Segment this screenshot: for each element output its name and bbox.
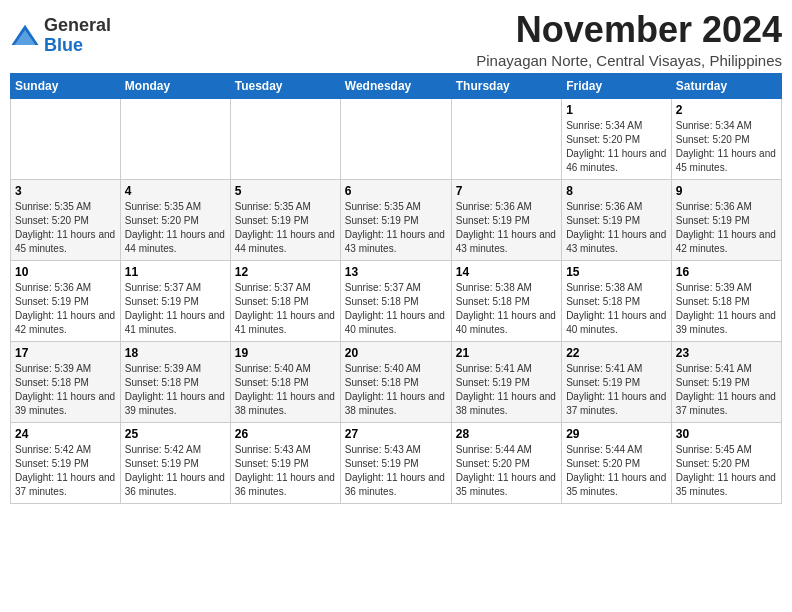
location-title: Pinayagan Norte, Central Visayas, Philip… <box>476 52 782 69</box>
day-number: 11 <box>125 265 226 279</box>
day-info: Sunrise: 5:45 AM Sunset: 5:20 PM Dayligh… <box>676 443 777 499</box>
calendar-cell <box>11 98 121 179</box>
day-number: 6 <box>345 184 447 198</box>
calendar-cell <box>451 98 561 179</box>
day-number: 4 <box>125 184 226 198</box>
title-block: November 2024 Pinayagan Norte, Central V… <box>476 10 782 69</box>
calendar-cell: 11Sunrise: 5:37 AM Sunset: 5:19 PM Dayli… <box>120 260 230 341</box>
day-info: Sunrise: 5:39 AM Sunset: 5:18 PM Dayligh… <box>15 362 116 418</box>
calendar-cell: 10Sunrise: 5:36 AM Sunset: 5:19 PM Dayli… <box>11 260 121 341</box>
day-info: Sunrise: 5:37 AM Sunset: 5:18 PM Dayligh… <box>345 281 447 337</box>
calendar-cell: 5Sunrise: 5:35 AM Sunset: 5:19 PM Daylig… <box>230 179 340 260</box>
header-day-saturday: Saturday <box>671 73 781 98</box>
day-number: 1 <box>566 103 667 117</box>
day-info: Sunrise: 5:39 AM Sunset: 5:18 PM Dayligh… <box>125 362 226 418</box>
calendar-cell: 30Sunrise: 5:45 AM Sunset: 5:20 PM Dayli… <box>671 422 781 503</box>
calendar-cell: 3Sunrise: 5:35 AM Sunset: 5:20 PM Daylig… <box>11 179 121 260</box>
logo: General Blue <box>10 16 111 56</box>
day-number: 18 <box>125 346 226 360</box>
calendar-cell: 14Sunrise: 5:38 AM Sunset: 5:18 PM Dayli… <box>451 260 561 341</box>
day-info: Sunrise: 5:42 AM Sunset: 5:19 PM Dayligh… <box>15 443 116 499</box>
day-number: 9 <box>676 184 777 198</box>
calendar-cell: 29Sunrise: 5:44 AM Sunset: 5:20 PM Dayli… <box>562 422 672 503</box>
header-day-tuesday: Tuesday <box>230 73 340 98</box>
calendar-cell: 1Sunrise: 5:34 AM Sunset: 5:20 PM Daylig… <box>562 98 672 179</box>
day-info: Sunrise: 5:36 AM Sunset: 5:19 PM Dayligh… <box>566 200 667 256</box>
month-title: November 2024 <box>476 10 782 50</box>
day-info: Sunrise: 5:38 AM Sunset: 5:18 PM Dayligh… <box>566 281 667 337</box>
calendar-cell: 25Sunrise: 5:42 AM Sunset: 5:19 PM Dayli… <box>120 422 230 503</box>
logo-blue: Blue <box>44 35 83 55</box>
day-number: 29 <box>566 427 667 441</box>
week-row-4: 17Sunrise: 5:39 AM Sunset: 5:18 PM Dayli… <box>11 341 782 422</box>
day-info: Sunrise: 5:42 AM Sunset: 5:19 PM Dayligh… <box>125 443 226 499</box>
day-number: 5 <box>235 184 336 198</box>
day-number: 10 <box>15 265 116 279</box>
day-number: 15 <box>566 265 667 279</box>
calendar-cell: 12Sunrise: 5:37 AM Sunset: 5:18 PM Dayli… <box>230 260 340 341</box>
day-info: Sunrise: 5:41 AM Sunset: 5:19 PM Dayligh… <box>676 362 777 418</box>
header-day-monday: Monday <box>120 73 230 98</box>
calendar-cell: 8Sunrise: 5:36 AM Sunset: 5:19 PM Daylig… <box>562 179 672 260</box>
header-day-thursday: Thursday <box>451 73 561 98</box>
day-info: Sunrise: 5:34 AM Sunset: 5:20 PM Dayligh… <box>676 119 777 175</box>
calendar-cell <box>120 98 230 179</box>
day-info: Sunrise: 5:34 AM Sunset: 5:20 PM Dayligh… <box>566 119 667 175</box>
day-info: Sunrise: 5:40 AM Sunset: 5:18 PM Dayligh… <box>345 362 447 418</box>
header-day-friday: Friday <box>562 73 672 98</box>
day-number: 20 <box>345 346 447 360</box>
day-info: Sunrise: 5:36 AM Sunset: 5:19 PM Dayligh… <box>676 200 777 256</box>
logo-text: General Blue <box>44 16 111 56</box>
day-number: 12 <box>235 265 336 279</box>
day-number: 30 <box>676 427 777 441</box>
calendar-cell: 22Sunrise: 5:41 AM Sunset: 5:19 PM Dayli… <box>562 341 672 422</box>
day-info: Sunrise: 5:36 AM Sunset: 5:19 PM Dayligh… <box>456 200 557 256</box>
calendar-cell: 17Sunrise: 5:39 AM Sunset: 5:18 PM Dayli… <box>11 341 121 422</box>
logo-icon <box>10 21 40 51</box>
calendar-cell: 21Sunrise: 5:41 AM Sunset: 5:19 PM Dayli… <box>451 341 561 422</box>
day-info: Sunrise: 5:37 AM Sunset: 5:19 PM Dayligh… <box>125 281 226 337</box>
day-number: 17 <box>15 346 116 360</box>
calendar-cell: 2Sunrise: 5:34 AM Sunset: 5:20 PM Daylig… <box>671 98 781 179</box>
calendar-cell: 6Sunrise: 5:35 AM Sunset: 5:19 PM Daylig… <box>340 179 451 260</box>
day-info: Sunrise: 5:43 AM Sunset: 5:19 PM Dayligh… <box>235 443 336 499</box>
calendar-cell: 4Sunrise: 5:35 AM Sunset: 5:20 PM Daylig… <box>120 179 230 260</box>
calendar-cell: 19Sunrise: 5:40 AM Sunset: 5:18 PM Dayli… <box>230 341 340 422</box>
day-number: 19 <box>235 346 336 360</box>
header-day-sunday: Sunday <box>11 73 121 98</box>
logo-general: General <box>44 15 111 35</box>
week-row-3: 10Sunrise: 5:36 AM Sunset: 5:19 PM Dayli… <box>11 260 782 341</box>
calendar-cell <box>230 98 340 179</box>
day-info: Sunrise: 5:43 AM Sunset: 5:19 PM Dayligh… <box>345 443 447 499</box>
calendar-cell: 24Sunrise: 5:42 AM Sunset: 5:19 PM Dayli… <box>11 422 121 503</box>
day-number: 3 <box>15 184 116 198</box>
day-number: 7 <box>456 184 557 198</box>
day-number: 23 <box>676 346 777 360</box>
calendar-cell: 28Sunrise: 5:44 AM Sunset: 5:20 PM Dayli… <box>451 422 561 503</box>
calendar-cell: 7Sunrise: 5:36 AM Sunset: 5:19 PM Daylig… <box>451 179 561 260</box>
day-info: Sunrise: 5:39 AM Sunset: 5:18 PM Dayligh… <box>676 281 777 337</box>
calendar-cell: 20Sunrise: 5:40 AM Sunset: 5:18 PM Dayli… <box>340 341 451 422</box>
day-number: 16 <box>676 265 777 279</box>
day-number: 21 <box>456 346 557 360</box>
day-info: Sunrise: 5:41 AM Sunset: 5:19 PM Dayligh… <box>456 362 557 418</box>
calendar-cell: 16Sunrise: 5:39 AM Sunset: 5:18 PM Dayli… <box>671 260 781 341</box>
day-number: 26 <box>235 427 336 441</box>
calendar-cell: 13Sunrise: 5:37 AM Sunset: 5:18 PM Dayli… <box>340 260 451 341</box>
calendar-cell: 18Sunrise: 5:39 AM Sunset: 5:18 PM Dayli… <box>120 341 230 422</box>
header: General Blue November 2024 Pinayagan Nor… <box>10 10 782 69</box>
day-number: 24 <box>15 427 116 441</box>
day-number: 2 <box>676 103 777 117</box>
day-info: Sunrise: 5:35 AM Sunset: 5:20 PM Dayligh… <box>125 200 226 256</box>
day-info: Sunrise: 5:40 AM Sunset: 5:18 PM Dayligh… <box>235 362 336 418</box>
week-row-2: 3Sunrise: 5:35 AM Sunset: 5:20 PM Daylig… <box>11 179 782 260</box>
day-number: 27 <box>345 427 447 441</box>
day-number: 14 <box>456 265 557 279</box>
day-number: 13 <box>345 265 447 279</box>
day-info: Sunrise: 5:35 AM Sunset: 5:19 PM Dayligh… <box>235 200 336 256</box>
calendar-header-row: SundayMondayTuesdayWednesdayThursdayFrid… <box>11 73 782 98</box>
day-number: 8 <box>566 184 667 198</box>
week-row-1: 1Sunrise: 5:34 AM Sunset: 5:20 PM Daylig… <box>11 98 782 179</box>
day-info: Sunrise: 5:36 AM Sunset: 5:19 PM Dayligh… <box>15 281 116 337</box>
day-info: Sunrise: 5:44 AM Sunset: 5:20 PM Dayligh… <box>566 443 667 499</box>
